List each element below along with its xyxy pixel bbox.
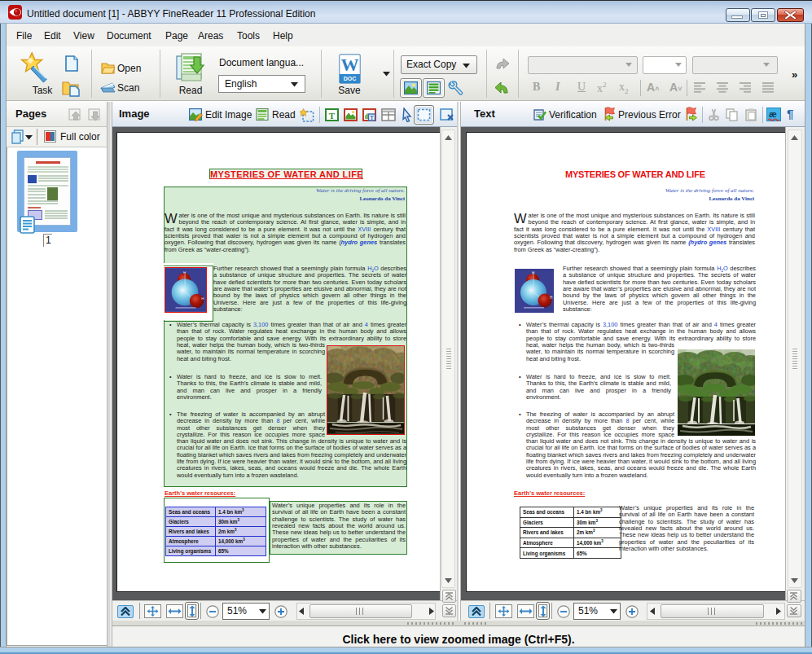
svg-text:H: H [183,270,186,274]
svg-text:T: T [329,111,336,121]
svg-text:H: H [550,296,552,300]
svg-text:DOC: DOC [344,76,357,81]
svg-text:H: H [532,271,534,275]
svg-text:T: T [370,114,374,121]
svg-text:W: W [341,55,359,75]
svg-text:H: H [201,296,204,301]
